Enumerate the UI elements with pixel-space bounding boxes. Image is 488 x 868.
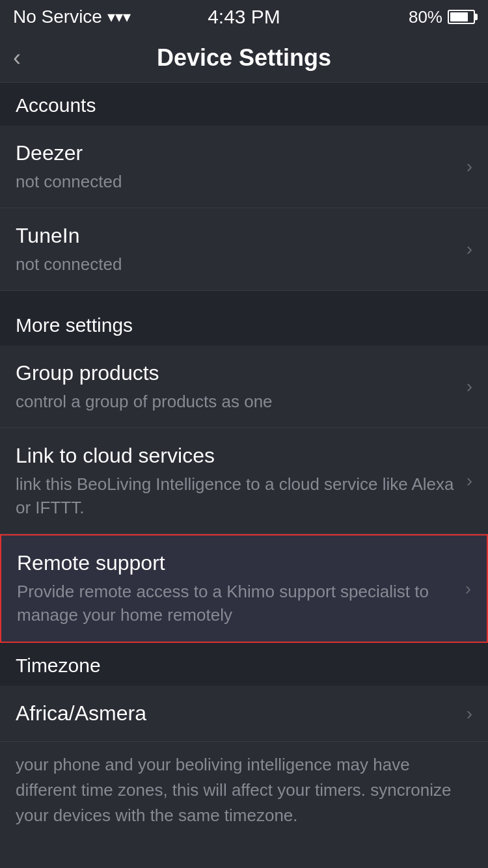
status-left: No Service ▾▾▾ [13, 7, 131, 27]
deezer-item[interactable]: Deezer not connected › [0, 126, 488, 208]
group-products-item[interactable]: Group products control a group of produc… [0, 346, 488, 428]
timezone-title: Africa/Asmera [16, 700, 456, 727]
group-products-chevron-icon: › [467, 376, 472, 397]
timezone-content: Africa/Asmera [16, 700, 467, 727]
remote-support-chevron-icon: › [465, 578, 471, 599]
status-time: 4:43 PM [208, 6, 280, 28]
timezone-note: your phone and your beoliving intelligen… [0, 742, 488, 844]
deezer-content: Deezer not connected [16, 140, 467, 193]
page-title: Device Settings [157, 44, 331, 72]
tunein-chevron-icon: › [467, 239, 472, 260]
tunein-item[interactable]: TuneIn not connected › [0, 208, 488, 291]
deezer-subtitle: not connected [16, 170, 456, 193]
group-products-content: Group products control a group of produc… [16, 360, 467, 413]
deezer-title: Deezer [16, 140, 456, 167]
cloud-services-subtitle: link this BeoLiving Intelligence to a cl… [16, 472, 456, 520]
cloud-services-chevron-icon: › [467, 470, 472, 491]
tunein-content: TuneIn not connected [16, 223, 467, 276]
remote-support-item[interactable]: Remote support Provide remote access to … [0, 534, 488, 642]
status-bar: No Service ▾▾▾ 4:43 PM 80% [0, 0, 488, 34]
remote-support-title: Remote support [17, 550, 455, 577]
more-settings-section-header: More settings [0, 303, 488, 346]
accounts-section-header: Accounts [0, 83, 488, 126]
cloud-services-item[interactable]: Link to cloud services link this BeoLivi… [0, 428, 488, 534]
wifi-icon: ▾▾▾ [107, 8, 131, 26]
timezone-label: Timezone [16, 655, 101, 676]
deezer-chevron-icon: › [467, 156, 472, 177]
page-header: ‹ Device Settings [0, 34, 488, 83]
more-settings-label: More settings [16, 314, 133, 336]
accounts-label: Accounts [16, 94, 96, 116]
tunein-subtitle: not connected [16, 252, 456, 276]
battery-percent: 80% [409, 7, 442, 27]
remote-support-content: Remote support Provide remote access to … [17, 550, 465, 627]
remote-support-subtitle: Provide remote access to a Khimo support… [17, 580, 455, 627]
group-products-subtitle: control a group of products as one [16, 390, 456, 413]
back-button[interactable]: ‹ [13, 46, 21, 70]
timezone-note-text: your phone and your beoliving intelligen… [16, 755, 452, 825]
footer-space [0, 844, 488, 868]
cloud-services-title: Link to cloud services [16, 442, 456, 470]
tunein-title: TuneIn [16, 223, 456, 250]
carrier-text: No Service [13, 7, 102, 27]
spacer-1 [0, 291, 488, 303]
status-right: 80% [409, 7, 475, 27]
timezone-chevron-icon: › [467, 703, 472, 724]
timezone-section-header: Timezone [0, 643, 488, 686]
cloud-services-content: Link to cloud services link this BeoLivi… [16, 442, 467, 519]
battery-icon [448, 10, 475, 24]
timezone-item[interactable]: Africa/Asmera › [0, 686, 488, 742]
group-products-title: Group products [16, 360, 456, 387]
